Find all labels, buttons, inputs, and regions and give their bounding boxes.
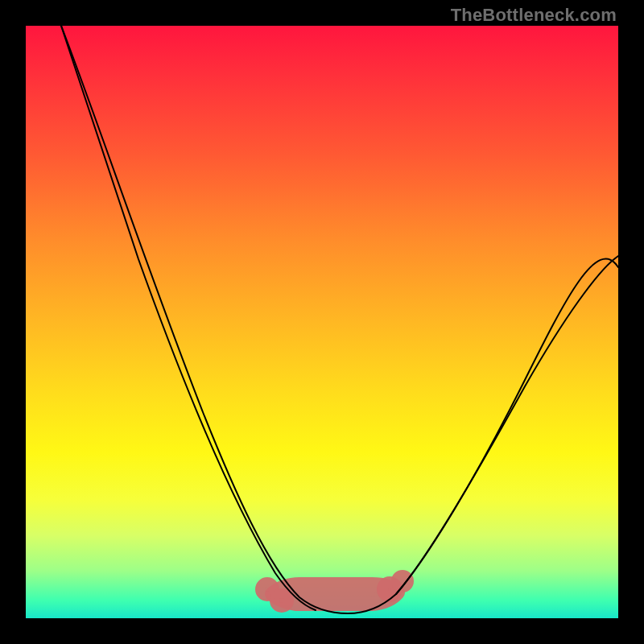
chart-svg (26, 26, 618, 618)
bottleneck-curve (61, 26, 618, 613)
chart-frame: TheBottleneck.com (0, 0, 644, 644)
svg-point-2 (384, 584, 395, 595)
svg-point-1 (277, 596, 287, 605)
svg-point-0 (262, 584, 272, 594)
bottleneck-curve-left (61, 26, 316, 610)
plot-area (26, 26, 618, 618)
svg-point-3 (398, 577, 407, 585)
valley-highlight-marker (262, 577, 407, 605)
watermark-text: TheBottleneck.com (451, 5, 617, 26)
bottleneck-curve-right (396, 256, 618, 594)
